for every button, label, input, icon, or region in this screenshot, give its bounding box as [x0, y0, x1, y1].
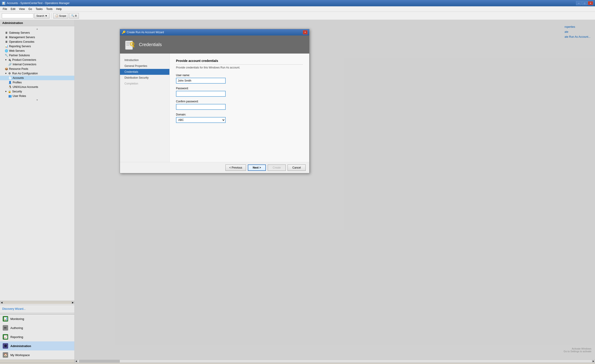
sidebar-divider-1 — [0, 305, 74, 305]
nav-my-workspace[interactable]: 🏠 My Workspace — [0, 350, 74, 359]
hscroll-left[interactable]: ◀ — [75, 360, 78, 362]
sidebar-item-user-roles[interactable]: 👥 User Roles — [0, 94, 74, 98]
dialog-header-icon — [124, 39, 135, 50]
scroll-left[interactable]: ◀ — [0, 301, 3, 304]
scope-button[interactable]: 📋 Scope — [53, 13, 68, 19]
sidebar-item-resource-pools[interactable]: 📦 Resource Pools — [0, 67, 74, 71]
operations-consoles-icon: 🖥 — [5, 40, 8, 44]
toolbar: Search ▼ 📋 Scope 🔍 R — [0, 12, 595, 20]
product-connectors-expand: ▼ — [5, 58, 7, 61]
maximize-button[interactable]: □ — [582, 1, 587, 5]
sidebar-item-web-servers[interactable]: 🌐 Web Servers — [0, 49, 74, 53]
content-subtitle: Provide credentials for this Windows Run… — [176, 66, 303, 69]
svg-point-5 — [131, 43, 133, 45]
menu-edit[interactable]: Edit — [9, 6, 17, 12]
dialog-title: Create Run As Account Wizard — [127, 31, 303, 34]
nav-administration[interactable]: ⚙ Administration — [0, 341, 74, 350]
sidebar-item-partner-solutions[interactable]: 🔧 Partner Solutions — [0, 53, 74, 58]
sidebar-item-gateway-servers[interactable]: 🖥 Gateway Servers — [0, 30, 74, 35]
minimize-button[interactable]: ─ — [576, 1, 581, 5]
cancel-button[interactable]: Cancel — [288, 164, 306, 171]
create-run-as-dialog: 🔑 Create Run As Account Wizard × — [120, 29, 310, 173]
dialog-footer: < Previous Next > Create Cancel — [120, 162, 309, 173]
dialog-titlebar: 🔑 Create Run As Account Wizard × — [120, 29, 309, 36]
wizard-step-general-properties[interactable]: General Properties — [120, 63, 170, 69]
password-input[interactable] — [176, 91, 226, 97]
nav-reporting[interactable]: 📈 Reporting — [0, 332, 74, 341]
nav-monitoring[interactable]: 📊 Monitoring — [0, 314, 74, 323]
confirm-password-input[interactable] — [176, 104, 226, 110]
discovery-wizard-link[interactable]: Discovery Wizard... — [0, 306, 74, 312]
dialog-close-button[interactable]: × — [303, 30, 307, 34]
nav-authoring[interactable]: ✏ Authoring — [0, 323, 74, 332]
wizard-content: Provide account credentials Provide cred… — [170, 54, 309, 162]
user-roles-icon: 👥 — [8, 94, 12, 98]
resource-pools-icon: 📦 — [5, 67, 8, 71]
username-input[interactable] — [176, 78, 226, 84]
main-layout: Administration ▲ 🖥 Gateway Servers 🖥 Man… — [0, 20, 595, 359]
sidebar-item-security[interactable]: ▼ 🔒 Security — [0, 89, 74, 94]
sidebar-hscrollbar[interactable]: ◀ ▶ — [0, 301, 74, 304]
find-button[interactable]: 🔍 R — [69, 13, 79, 19]
dialog-overlay: 🔑 Create Run As Account Wizard × — [75, 20, 595, 359]
menu-tasks[interactable]: Tasks — [34, 6, 44, 12]
create-button[interactable]: Create — [268, 164, 286, 171]
dialog-header: Credentials — [120, 36, 309, 54]
svg-rect-7 — [133, 47, 135, 47]
password-group: Password: — [176, 87, 303, 97]
scroll-up[interactable]: ▲ — [0, 27, 74, 30]
scroll-right[interactable]: ▶ — [71, 301, 74, 304]
product-connectors-icon: 🔌 — [8, 58, 11, 62]
reporting-icon: 📈 — [3, 334, 8, 340]
title-bar: 📊 Accounts - SystemCenterTest - Operatio… — [0, 0, 595, 6]
dialog-body: Introduction General Properties Credenti… — [120, 54, 309, 162]
monitoring-icon: 📊 — [3, 316, 8, 321]
sidebar-item-profiles[interactable]: 👤 Profiles — [0, 80, 74, 85]
wizard-step-distribution-security[interactable]: Distribution Security — [120, 75, 170, 81]
profiles-icon: 👤 — [8, 81, 12, 84]
password-label: Password: — [176, 87, 303, 90]
sidebar-item-accounts[interactable]: 📄 Accounts — [0, 76, 74, 80]
hscroll-right[interactable]: ▶ — [592, 360, 595, 362]
menu-help[interactable]: Help — [54, 6, 64, 12]
next-button[interactable]: Next > — [248, 164, 266, 171]
domain-label: Domain: — [176, 113, 303, 116]
administration-icon: ⚙ — [3, 343, 8, 349]
sidebar-item-management-servers[interactable]: 🖥 Management Servers — [0, 35, 74, 40]
sidebar-item-reporting-servers[interactable]: 📊 Reporting Servers — [0, 44, 74, 49]
sidebar-tree: ▲ 🖥 Gateway Servers 🖥 Management Servers… — [0, 26, 74, 301]
menu-go[interactable]: Go — [27, 6, 34, 12]
search-button[interactable]: Search ▼ — [34, 13, 50, 19]
sidebar-item-unix-accounts[interactable]: 🐧 UNIX/Linux Accounts — [0, 85, 74, 89]
domain-select[interactable]: ABC — [176, 117, 226, 123]
main-hscrollbar[interactable]: ◀ ▶ — [75, 360, 595, 363]
activate-windows: Activate Windows Go to Settings to activ… — [564, 347, 591, 353]
previous-button[interactable]: < Previous — [226, 164, 246, 171]
security-icon: 🔒 — [8, 90, 11, 93]
wizard-step-credentials[interactable]: Credentials — [120, 69, 170, 75]
search-input[interactable] — [2, 13, 33, 18]
close-button[interactable]: ✕ — [588, 1, 593, 5]
sidebar-item-product-connectors[interactable]: ▼ 🔌 Product Connectors — [0, 58, 74, 62]
hscroll-thumb[interactable] — [79, 360, 120, 362]
scroll-down[interactable]: ▼ — [0, 98, 74, 102]
dialog-title-icon: 🔑 — [122, 30, 125, 34]
wizard-step-introduction[interactable]: Introduction — [120, 57, 170, 63]
sidebar: Administration ▲ 🖥 Gateway Servers 🖥 Man… — [0, 20, 75, 359]
menu-view[interactable]: View — [17, 6, 27, 12]
menu-file[interactable]: File — [1, 6, 9, 12]
confirm-password-label: Confirm password: — [176, 100, 303, 103]
confirm-password-group: Confirm password: — [176, 100, 303, 110]
sidebar-item-internal-connectors[interactable]: 🔗 Internal Connectors — [0, 62, 74, 67]
sidebar-item-run-as-configuration[interactable]: ▼ ⚙ Run As Configuration — [0, 71, 74, 76]
sidebar-header: Administration — [0, 20, 74, 26]
window-controls: ─ □ ✕ — [576, 1, 593, 5]
sidebar-item-operations-consoles[interactable]: 🖥 Operations Consoles — [0, 40, 74, 44]
svg-rect-1 — [126, 42, 131, 43]
authoring-icon: ✏ — [3, 325, 8, 331]
reporting-servers-icon: 📊 — [5, 44, 8, 48]
wizard-step-completion: Completion — [120, 81, 170, 86]
partner-solutions-icon: 🔧 — [5, 54, 8, 57]
menu-tools[interactable]: Tools — [44, 6, 54, 12]
toolbar-separator-1 — [51, 13, 51, 19]
